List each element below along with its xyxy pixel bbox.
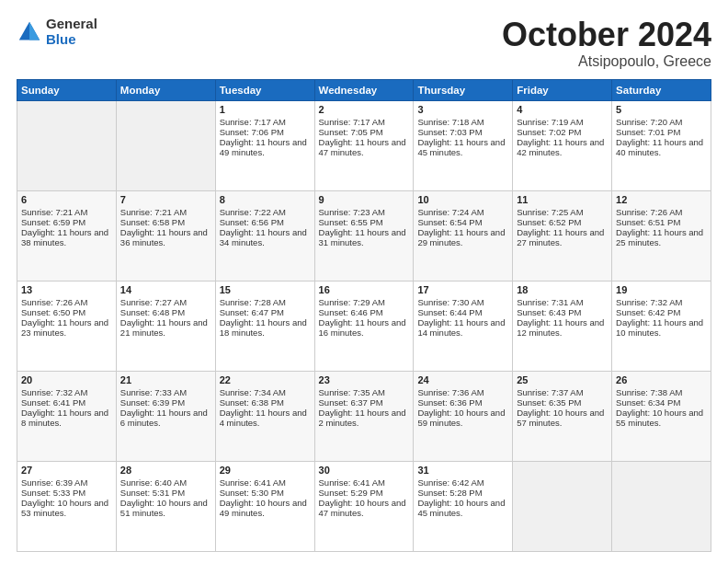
day-number: 28 (120, 465, 211, 476)
calendar-cell: 20Sunrise: 7:32 AMSunset: 6:41 PMDayligh… (17, 371, 117, 461)
calendar-cell: 30Sunrise: 6:41 AMSunset: 5:29 PMDayligh… (314, 461, 414, 551)
day-number: 24 (417, 374, 508, 385)
calendar-cell: 15Sunrise: 7:28 AMSunset: 6:47 PMDayligh… (215, 281, 314, 371)
sunset-text: Sunset: 6:55 PM (319, 217, 410, 227)
day-number: 2 (319, 104, 410, 115)
sunrise-text: Sunrise: 6:42 AM (417, 477, 508, 488)
sunset-text: Sunset: 6:44 PM (417, 307, 508, 317)
sunrise-text: Sunrise: 6:40 AM (120, 477, 211, 488)
calendar-cell: 17Sunrise: 7:30 AMSunset: 6:44 PMDayligh… (414, 281, 513, 371)
calendar-cell: 11Sunrise: 7:25 AMSunset: 6:52 PMDayligh… (513, 190, 612, 281)
calendar-cell (513, 461, 612, 551)
sunrise-text: Sunrise: 7:26 AM (21, 297, 112, 307)
daylight-text: Daylight: 10 hours and 49 minutes. (220, 498, 311, 518)
daylight-text: Daylight: 11 hours and 38 minutes. (21, 227, 112, 247)
sunset-text: Sunset: 6:47 PM (220, 307, 311, 317)
daylight-text: Daylight: 10 hours and 55 minutes. (616, 408, 707, 428)
daylight-text: Daylight: 11 hours and 34 minutes. (220, 227, 311, 247)
daylight-text: Daylight: 11 hours and 25 minutes. (616, 227, 707, 247)
calendar-cell (17, 100, 117, 190)
calendar-cell (116, 100, 215, 190)
col-header-friday: Friday (513, 79, 612, 100)
sunrise-text: Sunrise: 7:32 AM (616, 297, 707, 307)
calendar-week-row: 6Sunrise: 7:21 AMSunset: 6:59 PMDaylight… (17, 190, 711, 281)
day-number: 6 (21, 194, 112, 205)
sunset-text: Sunset: 6:35 PM (517, 397, 608, 408)
daylight-text: Daylight: 11 hours and 47 minutes. (319, 137, 410, 157)
sunset-text: Sunset: 6:48 PM (120, 307, 211, 317)
calendar-cell: 12Sunrise: 7:26 AMSunset: 6:51 PMDayligh… (612, 190, 711, 281)
daylight-text: Daylight: 11 hours and 21 minutes. (120, 317, 211, 338)
col-header-sunday: Sunday (17, 79, 117, 100)
sunset-text: Sunset: 6:52 PM (517, 217, 608, 227)
sunrise-text: Sunrise: 7:31 AM (517, 297, 608, 307)
sunrise-text: Sunrise: 7:34 AM (220, 387, 311, 397)
day-number: 23 (319, 374, 410, 385)
day-number: 8 (220, 194, 311, 205)
calendar-cell: 16Sunrise: 7:29 AMSunset: 6:46 PMDayligh… (314, 281, 414, 371)
sunset-text: Sunset: 6:38 PM (220, 397, 311, 408)
sunrise-text: Sunrise: 7:29 AM (319, 297, 410, 307)
daylight-text: Daylight: 11 hours and 31 minutes. (319, 227, 410, 247)
sunrise-text: Sunrise: 7:30 AM (417, 297, 508, 307)
day-number: 27 (21, 465, 112, 476)
calendar-cell: 14Sunrise: 7:27 AMSunset: 6:48 PMDayligh… (116, 281, 215, 371)
header: General Blue October 2024 Atsipopoulo, G… (17, 17, 711, 70)
day-number: 30 (319, 465, 410, 476)
day-number: 14 (120, 284, 211, 295)
day-number: 20 (21, 374, 112, 385)
sunrise-text: Sunrise: 7:32 AM (21, 387, 112, 397)
day-number: 12 (616, 194, 707, 205)
sunset-text: Sunset: 6:56 PM (220, 217, 311, 227)
day-number: 22 (220, 374, 311, 385)
day-number: 10 (417, 194, 508, 205)
calendar-cell: 2Sunrise: 7:17 AMSunset: 7:05 PMDaylight… (314, 100, 414, 190)
calendar-cell (612, 461, 711, 551)
calendar-week-row: 20Sunrise: 7:32 AMSunset: 6:41 PMDayligh… (17, 371, 711, 461)
sunrise-text: Sunrise: 7:19 AM (517, 117, 608, 127)
sunset-text: Sunset: 5:29 PM (319, 488, 410, 498)
col-header-thursday: Thursday (414, 79, 513, 100)
calendar-cell: 23Sunrise: 7:35 AMSunset: 6:37 PMDayligh… (314, 371, 414, 461)
sunrise-text: Sunrise: 7:38 AM (616, 387, 707, 397)
calendar-cell: 6Sunrise: 7:21 AMSunset: 6:59 PMDaylight… (17, 190, 117, 281)
calendar-cell: 1Sunrise: 7:17 AMSunset: 7:06 PMDaylight… (215, 100, 314, 190)
sunset-text: Sunset: 6:46 PM (319, 307, 410, 317)
day-number: 19 (616, 284, 707, 295)
col-header-wednesday: Wednesday (314, 79, 414, 100)
sunset-text: Sunset: 7:06 PM (220, 127, 311, 137)
sunrise-text: Sunrise: 7:25 AM (517, 207, 608, 217)
daylight-text: Daylight: 11 hours and 2 minutes. (319, 408, 410, 428)
calendar-cell: 7Sunrise: 7:21 AMSunset: 6:58 PMDaylight… (116, 190, 215, 281)
day-number: 4 (517, 104, 608, 115)
sunrise-text: Sunrise: 7:17 AM (319, 117, 410, 127)
col-header-monday: Monday (116, 79, 215, 100)
sunrise-text: Sunrise: 7:26 AM (616, 207, 707, 217)
daylight-text: Daylight: 11 hours and 29 minutes. (417, 227, 508, 247)
sunrise-text: Sunrise: 7:20 AM (616, 117, 707, 127)
day-number: 29 (220, 465, 311, 476)
sunset-text: Sunset: 6:41 PM (21, 397, 112, 408)
day-number: 18 (517, 284, 608, 295)
calendar-cell: 27Sunrise: 6:39 AMSunset: 5:33 PMDayligh… (17, 461, 117, 551)
day-number: 3 (417, 104, 508, 115)
sunset-text: Sunset: 6:59 PM (21, 217, 112, 227)
sunset-text: Sunset: 7:03 PM (417, 127, 508, 137)
calendar-cell: 28Sunrise: 6:40 AMSunset: 5:31 PMDayligh… (116, 461, 215, 551)
sunrise-text: Sunrise: 7:18 AM (417, 117, 508, 127)
daylight-text: Daylight: 11 hours and 27 minutes. (517, 227, 608, 247)
day-number: 9 (319, 194, 410, 205)
daylight-text: Daylight: 11 hours and 16 minutes. (319, 317, 410, 338)
sunset-text: Sunset: 6:42 PM (616, 307, 707, 317)
day-number: 26 (616, 374, 707, 385)
calendar-cell: 19Sunrise: 7:32 AMSunset: 6:42 PMDayligh… (612, 281, 711, 371)
day-number: 15 (220, 284, 311, 295)
sunset-text: Sunset: 5:30 PM (220, 488, 311, 498)
svg-marker-1 (29, 21, 40, 40)
day-number: 17 (417, 284, 508, 295)
sunset-text: Sunset: 6:58 PM (120, 217, 211, 227)
day-number: 1 (220, 104, 311, 115)
calendar-cell: 4Sunrise: 7:19 AMSunset: 7:02 PMDaylight… (513, 100, 612, 190)
sunset-text: Sunset: 6:36 PM (417, 397, 508, 408)
title-block: October 2024 Atsipopoulo, Greece (502, 17, 711, 70)
